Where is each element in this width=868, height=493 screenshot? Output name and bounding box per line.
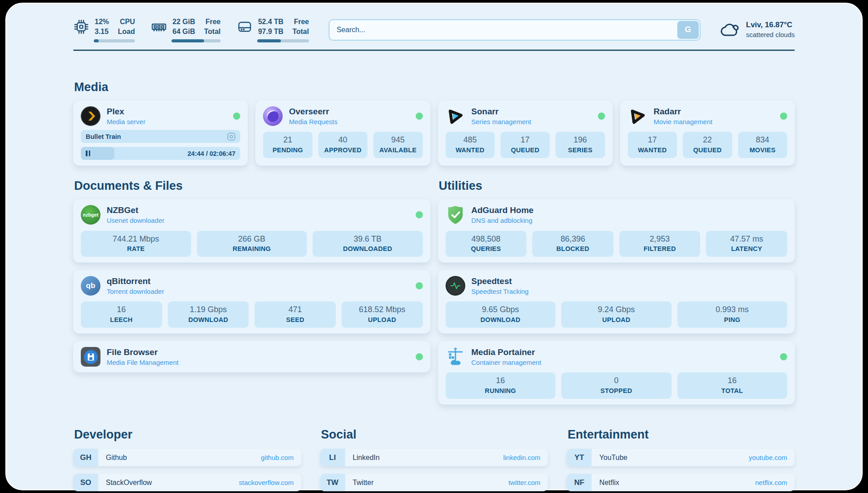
stat-label: BLOCKED xyxy=(534,244,612,253)
bookmark-abbr: NF xyxy=(567,474,592,491)
stat-latency: 47.57 ms LATENCY xyxy=(706,231,787,257)
bookmark-abbr: TW xyxy=(320,474,345,491)
stat-ping: 0.993 ms PING xyxy=(677,301,788,328)
stat-label: PENDING xyxy=(265,146,310,155)
section-utilities: Utilities AdGuard Home DNS and xyxy=(438,179,795,405)
app-title: Overseerr xyxy=(289,106,337,117)
nzbget-icon: nzbget xyxy=(81,205,100,225)
app-card-adguard[interactable]: AdGuard Home DNS and adblocking 498,508 … xyxy=(438,199,795,263)
status-dot-online xyxy=(233,113,240,120)
section-title-documents: Documents & Files xyxy=(74,179,430,193)
stat-value: 0.993 ms xyxy=(679,305,786,315)
section-social: Social LI LinkedIn linkedin.com TW Twitt… xyxy=(320,428,548,493)
app-card-radarr[interactable]: Radarr Movie management 17 WANTED 22 QUE… xyxy=(620,100,795,166)
stat-label: DOWNLOADED xyxy=(314,244,421,253)
ram-total-label: Total xyxy=(204,27,221,37)
stat-rate: 744.21 Mbps RATE xyxy=(81,231,191,257)
ram-widget: 22 GiB 64 GiB Free Total xyxy=(151,17,221,42)
bookmark-name: Netflix xyxy=(592,474,755,491)
weather-location-temp: Lviv, 16.87°C xyxy=(746,20,795,30)
app-card-portainer[interactable]: Media Portainer Container management 16 … xyxy=(438,341,795,405)
bookmark-twitter[interactable]: TW Twitter twitter.com xyxy=(320,474,548,491)
app-title: AdGuard Home xyxy=(472,205,534,216)
stat-label: RUNNING xyxy=(447,386,554,395)
app-card-plex[interactable]: Plex Media server Bullet Train 24:44 / 0… xyxy=(73,100,248,166)
bookmark-url: linkedin.com xyxy=(503,449,548,466)
stat-label: FILTERED xyxy=(621,244,699,253)
bookmark-netflix[interactable]: NF Netflix netflix.com xyxy=(567,474,795,491)
top-bar: 12% 3.15 CPU Load xyxy=(73,17,795,42)
stat-value: 618.52 Mbps xyxy=(343,305,421,315)
section-documents: Documents & Files nzbget NZBGet Usenet d… xyxy=(73,179,430,405)
app-subtitle: Media Requests xyxy=(289,117,337,126)
bookmark-youtube[interactable]: YT YouTube youtube.com xyxy=(567,449,795,466)
status-dot-online xyxy=(780,113,787,120)
stat-total: 16 TOTAL xyxy=(677,372,788,399)
speedtest-icon xyxy=(446,276,465,296)
bookmark-url: youtube.com xyxy=(749,449,795,466)
app-card-speedtest[interactable]: Speedtest Speedtest Tracking 9.65 Gbps D… xyxy=(438,270,795,334)
bookmark-linkedin[interactable]: LI LinkedIn linkedin.com xyxy=(320,449,548,466)
stat-label: LATENCY xyxy=(708,244,785,253)
stat-value: 22 xyxy=(684,135,730,145)
cpu-usage-value: 12% xyxy=(95,17,109,27)
stat-value: 2,953 xyxy=(621,234,699,244)
stat-value: 266 GB xyxy=(199,234,305,244)
stat-label: STOPPED xyxy=(563,386,670,395)
app-subtitle: Usenet downloader xyxy=(107,216,164,225)
stat-value: 17 xyxy=(630,135,675,145)
stat-label: DOWNLOAD xyxy=(170,315,247,324)
now-playing-session-icon[interactable] xyxy=(227,133,235,141)
stat-label: REMAINING xyxy=(199,244,305,253)
app-card-filebrowser[interactable]: File Browser Media File Management xyxy=(73,341,430,372)
disk-free-label: Free xyxy=(294,17,309,27)
app-title: qBittorrent xyxy=(107,276,164,287)
status-dot-online xyxy=(598,113,605,120)
bookmark-abbr: YT xyxy=(567,449,592,466)
section-title-media: Media xyxy=(74,80,795,94)
stat-leech: 16 LEECH xyxy=(81,301,162,328)
stat-downloaded: 39.6 TB DOWNLOADED xyxy=(313,231,423,257)
bookmark-name: Github xyxy=(98,449,261,466)
app-card-nzbget[interactable]: nzbget NZBGet Usenet downloader 744.21 M… xyxy=(73,199,430,263)
ram-free-value: 22 GiB xyxy=(172,17,195,27)
disk-total-value: 97.9 TB xyxy=(258,27,284,37)
stat-value: 16 xyxy=(447,376,554,386)
bookmark-url: twitter.com xyxy=(509,474,548,491)
stat-value: 9.65 Gbps xyxy=(447,305,554,315)
section-title-utilities: Utilities xyxy=(439,179,795,193)
stat-label: SEED xyxy=(256,315,334,324)
status-dot-online xyxy=(416,282,423,289)
stat-wanted: 485 WANTED xyxy=(446,132,495,158)
disk-total-label: Total xyxy=(292,27,309,37)
stat-label: RATE xyxy=(83,244,189,253)
stat-upload: 9.24 Gbps UPLOAD xyxy=(561,301,672,328)
ram-free-label: Free xyxy=(205,17,221,27)
search-engine-button[interactable]: G xyxy=(677,21,699,39)
cpu-label: CPU xyxy=(120,17,135,27)
topbar-divider xyxy=(73,50,795,51)
cpu-load-label: Load xyxy=(118,27,135,37)
bookmark-name: Twitter xyxy=(345,474,509,491)
app-subtitle: Media File Management xyxy=(107,358,179,367)
app-card-qbittorrent[interactable]: qb qBittorrent Torrent downloader 16 LEE… xyxy=(73,270,430,334)
section-media: Media Plex Media server Bullet Train xyxy=(73,80,795,166)
app-subtitle: Series management xyxy=(472,117,531,126)
pause-icon xyxy=(86,150,90,156)
app-subtitle: Media server xyxy=(107,117,146,126)
stat-running: 16 RUNNING xyxy=(446,372,556,399)
bookmark-url: github.com xyxy=(261,449,301,466)
app-card-sonarr[interactable]: Sonarr Series management 485 WANTED 17 Q… xyxy=(438,100,613,166)
search-input[interactable] xyxy=(330,26,676,34)
bookmark-github[interactable]: GH Github github.com xyxy=(73,449,301,466)
app-title: Plex xyxy=(107,106,146,117)
cpu-widget: 12% 3.15 CPU Load xyxy=(73,17,135,42)
nzbget-icon-text: nzbget xyxy=(83,212,98,217)
bookmark-stackoverflow[interactable]: SO StackOverflow stackoverflow.com xyxy=(73,474,301,491)
bookmark-abbr: SO xyxy=(73,474,98,491)
app-card-overseerr[interactable]: Overseerr Media Requests 21 PENDING 40 A… xyxy=(255,100,430,166)
cloud-icon xyxy=(720,22,741,38)
ram-total-value: 64 GiB xyxy=(172,27,195,37)
disk-widget: 52.4 TB 97.9 TB Free Total xyxy=(237,17,309,42)
playback-time: 24:44 / 02:06:47 xyxy=(188,150,235,157)
